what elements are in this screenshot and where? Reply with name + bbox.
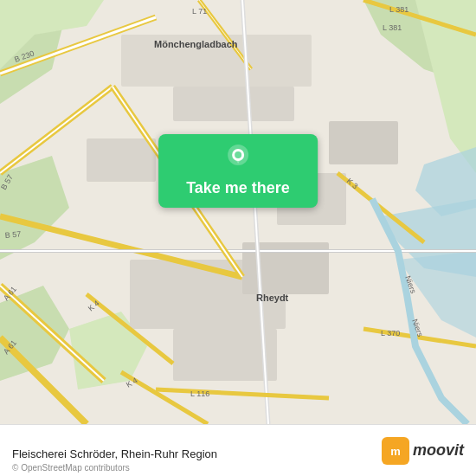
location-name: Fleischerei Schröder, Rhein-Ruhr Region bbox=[12, 447, 382, 460]
info-bar: © OpenStreetMap contributors Fleischerei… bbox=[0, 424, 476, 476]
svg-rect-12 bbox=[173, 87, 294, 121]
moovit-logo: m moovit bbox=[382, 437, 464, 465]
osm-credit: © OpenStreetMap contributors bbox=[12, 463, 130, 473]
svg-text:L 381: L 381 bbox=[389, 5, 408, 14]
cta-overlay: Take me there bbox=[158, 134, 318, 208]
svg-text:B 57: B 57 bbox=[4, 229, 21, 240]
svg-text:Mönchengladbach: Mönchengladbach bbox=[154, 39, 238, 49]
map-container: B 230 L 71 L 381 L 381 B 57 B 57 A 61 A … bbox=[0, 0, 476, 424]
svg-text:m: m bbox=[390, 445, 401, 458]
svg-rect-17 bbox=[329, 121, 398, 164]
moovit-logo-text: moovit bbox=[413, 441, 464, 460]
cta-button-label: Take me there bbox=[186, 179, 290, 197]
moovit-logo-icon: m bbox=[382, 437, 409, 465]
location-pin-icon bbox=[222, 143, 254, 174]
take-me-there-button[interactable]: Take me there bbox=[158, 134, 318, 208]
svg-text:L 71: L 71 bbox=[192, 7, 207, 16]
svg-text:Rheydt: Rheydt bbox=[256, 293, 289, 303]
svg-rect-16 bbox=[87, 138, 156, 182]
svg-text:L 381: L 381 bbox=[383, 23, 402, 32]
svg-text:L 370: L 370 bbox=[381, 329, 400, 338]
svg-text:L 116: L 116 bbox=[190, 389, 209, 398]
